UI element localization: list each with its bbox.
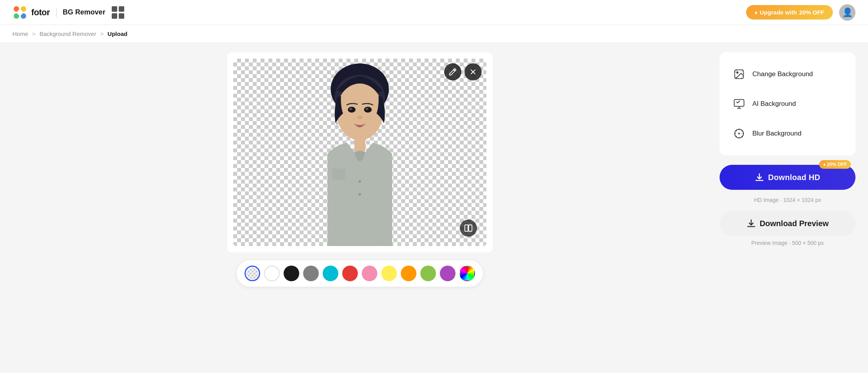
fotor-logo-icon bbox=[13, 5, 27, 20]
svg-rect-20 bbox=[332, 168, 345, 180]
download-hd-wrapper: 20% OFF Download HD bbox=[720, 165, 855, 190]
blur-bg-label: Blur Background bbox=[752, 130, 802, 137]
svg-point-18 bbox=[359, 180, 361, 183]
download-section: 20% OFF Download HD HD Image · 1024 × 10… bbox=[720, 165, 855, 246]
compare-icon bbox=[464, 224, 473, 232]
svg-point-10 bbox=[336, 84, 383, 141]
blur-bg-icon bbox=[732, 127, 746, 141]
color-pink[interactable] bbox=[362, 266, 377, 281]
diamond-icon: ♦ bbox=[755, 9, 757, 16]
canvas-area bbox=[13, 52, 707, 360]
download-preview-button[interactable]: Download Preview bbox=[720, 211, 855, 236]
right-sidebar: Change Background AI Background bbox=[707, 52, 855, 360]
person-figure bbox=[295, 59, 424, 246]
preview-info: Preview Image · 500 × 500 px bbox=[751, 240, 824, 246]
svg-rect-24 bbox=[469, 225, 472, 232]
ai-bg-label: AI Background bbox=[752, 100, 796, 108]
grid-menu-icon[interactable] bbox=[112, 6, 124, 19]
sidebar-option-change-bg[interactable]: Change Background bbox=[723, 60, 852, 88]
change-bg-label: Change Background bbox=[752, 70, 813, 78]
logo-area: fotor bbox=[13, 5, 50, 20]
svg-rect-17 bbox=[354, 136, 365, 152]
download-preview-label: Download Preview bbox=[760, 219, 829, 228]
svg-point-15 bbox=[366, 108, 368, 110]
breadcrumb-home[interactable]: Home bbox=[13, 30, 28, 37]
user-avatar[interactable]: 👤 bbox=[839, 4, 855, 21]
color-cyan[interactable] bbox=[323, 266, 338, 281]
breadcrumb-section[interactable]: Background Remover bbox=[39, 30, 96, 37]
image-preview bbox=[233, 59, 486, 246]
breadcrumb-sep1: > bbox=[32, 30, 36, 37]
brush-icon bbox=[448, 68, 457, 76]
color-olive[interactable] bbox=[420, 266, 436, 281]
svg-rect-5 bbox=[18, 10, 22, 15]
upgrade-line2: 20% OFF bbox=[799, 9, 824, 16]
svg-point-16 bbox=[357, 116, 362, 119]
eraser-icon bbox=[469, 68, 477, 76]
svg-point-11 bbox=[336, 122, 339, 125]
tool-name: BG Remover bbox=[63, 8, 105, 16]
download-hd-icon bbox=[755, 173, 764, 182]
svg-point-30 bbox=[739, 133, 740, 134]
avatar-icon: 👤 bbox=[842, 7, 853, 18]
color-white[interactable] bbox=[264, 266, 280, 281]
main-content: Change Background AI Background bbox=[0, 43, 868, 369]
breadcrumb: Home > Background Remover > Upload bbox=[0, 25, 868, 43]
brand-name: fotor bbox=[31, 7, 50, 18]
color-transparent[interactable] bbox=[245, 266, 260, 281]
hd-info: HD Image · 1024 × 1024 px bbox=[754, 197, 821, 203]
color-gray[interactable] bbox=[303, 266, 319, 281]
sidebar-option-blur-bg[interactable]: Blur Background bbox=[723, 120, 852, 148]
change-bg-icon bbox=[732, 67, 746, 81]
color-rainbow[interactable] bbox=[459, 266, 475, 281]
sidebar-options: Change Background AI Background bbox=[720, 52, 855, 155]
svg-point-26 bbox=[737, 72, 738, 73]
color-black[interactable] bbox=[284, 266, 299, 281]
breadcrumb-current: Upload bbox=[107, 30, 127, 37]
svg-rect-23 bbox=[465, 225, 468, 232]
svg-point-19 bbox=[359, 193, 361, 196]
download-preview-icon bbox=[747, 219, 756, 228]
upgrade-button[interactable]: ♦ Upgrade with 20% OFF bbox=[746, 5, 833, 20]
color-yellow[interactable] bbox=[381, 266, 397, 281]
svg-point-13 bbox=[364, 107, 372, 112]
svg-rect-28 bbox=[734, 100, 744, 107]
color-orange[interactable] bbox=[401, 266, 416, 281]
color-red[interactable] bbox=[342, 266, 358, 281]
download-hd-label: Download HD bbox=[768, 173, 820, 182]
header: fotor BG Remover ♦ Upgrade with 20% OFF … bbox=[0, 0, 868, 25]
svg-point-12 bbox=[348, 107, 355, 112]
color-palette bbox=[237, 260, 483, 287]
header-left: fotor BG Remover bbox=[13, 5, 124, 20]
sidebar-option-ai-bg[interactable]: AI Background bbox=[723, 90, 852, 118]
breadcrumb-sep2: > bbox=[100, 30, 104, 37]
upgrade-line1: Upgrade with bbox=[760, 9, 797, 16]
ai-bg-icon bbox=[732, 97, 746, 111]
off-badge: 20% OFF bbox=[819, 160, 851, 169]
header-divider bbox=[56, 8, 57, 17]
header-right: ♦ Upgrade with 20% OFF 👤 bbox=[746, 4, 855, 21]
color-purple[interactable] bbox=[440, 266, 455, 281]
tool-buttons bbox=[444, 63, 482, 80]
eraser-button[interactable] bbox=[464, 63, 482, 80]
compare-button[interactable] bbox=[460, 220, 477, 237]
brush-button[interactable] bbox=[444, 63, 461, 80]
svg-point-14 bbox=[350, 108, 352, 110]
image-container bbox=[227, 52, 493, 252]
